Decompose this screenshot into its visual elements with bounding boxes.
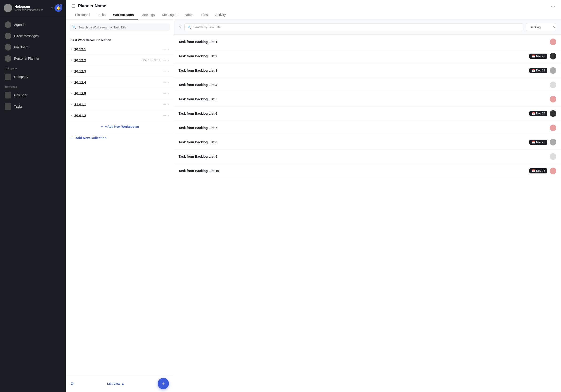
sidebar-item-label: Personal Planner: [14, 57, 39, 60]
chevron-down-icon: ▾: [70, 114, 72, 117]
pin-board-icon: [5, 44, 11, 51]
avatar: [4, 4, 12, 12]
task-name: Task from Backlog List 7: [179, 126, 550, 130]
workstream-name: 20.12.2: [74, 58, 142, 62]
dm-icon: [5, 33, 11, 39]
task-item[interactable]: Task from Backlog List 3 📅 Dec 12: [174, 64, 561, 78]
task-search-input[interactable]: [193, 25, 520, 29]
list-view-button[interactable]: List View ▲: [107, 382, 124, 385]
more-options-icon[interactable]: ···: [551, 3, 555, 9]
workstream-item[interactable]: ▾ 20.12.1 ··· ›: [66, 44, 174, 55]
sidebar-item-personal-planner[interactable]: Personal Planner: [0, 53, 66, 64]
more-options-icon[interactable]: ···: [163, 113, 166, 118]
tasks-icon: [5, 103, 11, 110]
backlog-select[interactable]: Backlog To Do In Progress Done: [526, 23, 556, 31]
chevron-down-icon: ▾: [70, 81, 72, 84]
calendar-icon: [5, 92, 11, 98]
chevron-down-icon[interactable]: ▾: [51, 6, 53, 10]
task-date-badge: 📅 Nov 26: [529, 140, 547, 145]
tab-workstreams[interactable]: Workstreams: [109, 11, 137, 20]
task-item[interactable]: Task from Backlog List 1: [174, 35, 561, 49]
workstream-name: 20.01.2: [74, 113, 163, 118]
sidebar-item-agenda[interactable]: Agenda: [0, 19, 66, 30]
workstream-item[interactable]: ▾ 20.12.5 ··· ›: [66, 88, 174, 99]
more-options-icon[interactable]: ···: [163, 47, 166, 51]
workstream-item[interactable]: ▾ 20.12.2 Dec 7 - Dec 11 ··· ›: [66, 55, 174, 66]
tab-files[interactable]: Files: [197, 11, 212, 20]
workstream-item[interactable]: ▾ 20.12.4 ··· ›: [66, 77, 174, 88]
workstream-items: ▾ 20.12.1 ··· › ▾ 20.12.2 Dec 7 - Dec 11…: [66, 44, 174, 121]
tab-meetings[interactable]: Meetings: [138, 11, 159, 20]
task-date-badge: 📅 Nov 26: [529, 111, 547, 116]
more-options-icon[interactable]: ···: [163, 58, 166, 62]
tab-activity[interactable]: Activity: [212, 11, 229, 20]
sidebar-item-label: Tasks: [14, 105, 22, 108]
task-item[interactable]: Task from Backlog List 10 📅 Nov 26: [174, 164, 561, 178]
more-options-icon[interactable]: ···: [163, 91, 166, 95]
content-area: 🔍 First Workstream Collection ▾ 20.12.1 …: [66, 20, 561, 392]
chevron-right-icon: ›: [168, 47, 169, 51]
sidebar-item-label: Company: [14, 75, 28, 79]
sidebar-item-company[interactable]: Company: [0, 71, 66, 83]
sidebar-item-label: Pin Board: [14, 45, 28, 49]
task-item[interactable]: Task from Backlog List 6 📅 Nov 26: [174, 107, 561, 121]
task-item[interactable]: Task from Backlog List 8 📅 Nov 26: [174, 135, 561, 150]
user-info: Hologram tom@hologramdesign.co: [15, 5, 51, 11]
task-name: Task from Backlog List 4: [179, 83, 550, 87]
calendar-icon: 📅: [532, 112, 535, 115]
workstream-name: 20.12.1: [74, 47, 163, 51]
task-date-badge: 📅 Nov 26: [529, 54, 547, 59]
task-avatar: [550, 139, 556, 145]
fab-add-button[interactable]: ＋: [158, 378, 169, 389]
user-name: Hologram: [15, 5, 51, 9]
chevron-right-icon: ›: [168, 69, 169, 73]
workstream-item[interactable]: ▾ 20.01.2 ··· ›: [66, 110, 174, 121]
left-panel: 🔍 First Workstream Collection ▾ 20.12.1 …: [66, 20, 174, 392]
task-item[interactable]: Task from Backlog List 4: [174, 78, 561, 92]
chevron-down-icon: ▾: [70, 103, 72, 106]
collection-title: First Workstream Collection: [66, 35, 174, 44]
hamburger-icon[interactable]: ☰: [71, 3, 75, 9]
sidebar-item-label: Calendar: [14, 93, 27, 97]
calendar-icon: 📅: [532, 141, 535, 144]
tab-tasks[interactable]: Tasks: [93, 11, 109, 20]
sidebar-item-tasks[interactable]: Tasks: [0, 101, 66, 112]
workstream-item[interactable]: ▾ 21.01.1 ··· ›: [66, 99, 174, 110]
more-options-icon[interactable]: ···: [163, 80, 166, 84]
plus-icon: ＋: [70, 136, 74, 140]
sidebar-item-direct-messages[interactable]: Direct Messages: [0, 30, 66, 42]
task-item[interactable]: Task from Backlog List 9: [174, 150, 561, 164]
more-options-icon[interactable]: ···: [163, 69, 166, 73]
task-name: Task from Backlog List 2: [179, 54, 529, 58]
add-workstream-button[interactable]: ＋ + Add New Workstream: [66, 121, 174, 132]
tab-notes[interactable]: Notes: [181, 11, 197, 20]
filter-icon[interactable]: ⚙: [70, 381, 74, 386]
sidebar-section-hologram: Hologram: [0, 64, 66, 71]
chevron-down-icon: ▾: [70, 92, 72, 95]
task-item[interactable]: Task from Backlog List 5: [174, 92, 561, 107]
user-email: tom@hologramdesign.co: [15, 9, 51, 11]
workstream-search-area: 🔍: [66, 20, 174, 35]
tab-pin-board[interactable]: Pin Board: [71, 11, 93, 20]
top-header: ☰ Planner Name ··· Pin Board Tasks Works…: [66, 0, 561, 20]
chevron-right-icon: ›: [168, 102, 169, 106]
task-item[interactable]: Task from Backlog List 7: [174, 121, 561, 135]
pin-icon[interactable]: ✳: [179, 25, 182, 30]
task-avatar: [550, 125, 556, 131]
workstream-search-input[interactable]: [78, 26, 167, 29]
bottom-bar: ⚙ List View ▲ ＋: [66, 375, 174, 392]
more-options-icon[interactable]: ···: [163, 102, 166, 107]
sidebar-item-calendar[interactable]: Calendar: [0, 89, 66, 101]
tab-messages[interactable]: Messages: [159, 11, 181, 20]
workstream-item[interactable]: ▾ 20.12.3 ··· ›: [66, 66, 174, 77]
task-item[interactable]: Task from Backlog List 2 📅 Nov 26: [174, 49, 561, 64]
add-collection-button[interactable]: ＋ Add New Collection: [66, 132, 174, 144]
calendar-icon: 📅: [532, 169, 535, 173]
task-name: Task from Backlog List 1: [179, 40, 550, 44]
notification-bell[interactable]: 🔔 2: [54, 4, 62, 12]
workstream-name: 20.12.5: [74, 91, 163, 95]
sidebar-item-pin-board[interactable]: Pin Board: [0, 42, 66, 53]
workstream-date: Dec 7 - Dec 11: [142, 58, 161, 62]
search-icon: 🔍: [187, 25, 192, 29]
chevron-right-icon: ›: [168, 113, 169, 117]
